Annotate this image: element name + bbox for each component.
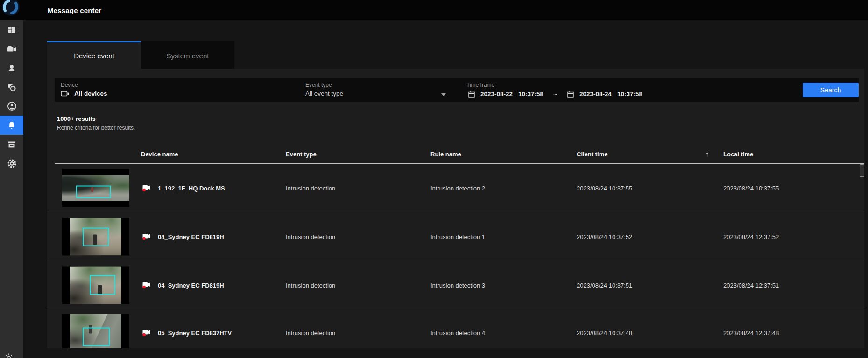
device-name-cell: 05_Sydney EC FD837HTV (158, 330, 232, 337)
time-frame-label: Time frame (466, 82, 494, 88)
filter-bar: Device All devices Event type All event … (55, 78, 859, 102)
sidebar-item-dashboard[interactable] (0, 20, 23, 39)
user-icon (7, 63, 16, 73)
event-type-filter-field[interactable]: All event type (305, 90, 343, 97)
event-type-cell: Intrusion detection (286, 281, 335, 288)
rule-name-cell: Intrusion detection 3 (430, 281, 485, 288)
theme-sun-icon[interactable] (4, 353, 14, 358)
event-thumbnail[interactable] (62, 218, 129, 256)
column-header-client-time[interactable]: Client time (577, 151, 607, 158)
tab-device-event-label: Device event (74, 52, 114, 60)
calendar-start-icon[interactable] (468, 91, 475, 98)
local-time-cell: 2023/08/24 10:37:55 (723, 185, 779, 192)
notification-bell-icon (7, 121, 16, 130)
sidebar-item-identification[interactable] (0, 97, 23, 116)
event-type-cell: Intrusion detection (286, 185, 335, 192)
start-time-value[interactable]: 10:37:58 (518, 91, 543, 98)
end-date-value[interactable]: 2023-08-24 (579, 91, 612, 98)
identity-icon (7, 101, 17, 111)
search-button[interactable]: Search (803, 83, 859, 97)
sidebar-item-users[interactable] (0, 58, 23, 77)
event-type-filter-label: Event type (305, 82, 332, 88)
page-title: Message center (48, 6, 101, 14)
column-header-device-name: Device name (141, 151, 178, 158)
detection-box-overlay (83, 328, 110, 346)
sidebar-nav (0, 20, 23, 358)
client-time-cell: 2023/08/24 10:37:55 (577, 185, 632, 192)
detection-box-overlay (76, 186, 111, 198)
results-count: 1000+ results (57, 115, 135, 122)
column-header-rule-name: Rule name (430, 151, 461, 158)
table-row[interactable]: 04_Sydney EC FD819H Intrusion detection … (47, 212, 864, 261)
event-type-cell: Intrusion detection (286, 233, 335, 240)
settings-gear-icon (7, 159, 17, 168)
time-frame-field: 2023-08-22 10:37:58 ~ 2023-08-24 10:37:5… (468, 90, 642, 98)
sort-ascending-icon[interactable]: ↑ (706, 150, 709, 158)
recording-camera-icon (142, 184, 151, 192)
device-filter-label: Device (61, 82, 78, 88)
rule-name-cell: Intrusion detection 2 (430, 185, 485, 192)
device-filter-value: All devices (74, 90, 107, 97)
results-hint: Refine criteria for better results. (57, 125, 135, 131)
archive-icon (7, 140, 16, 149)
sidebar-item-archives[interactable] (0, 135, 23, 154)
table-row[interactable]: 05_Sydney EC FD837HTV Intrusion detectio… (47, 309, 864, 348)
roles-icon (7, 83, 16, 92)
client-time-cell: 2023/08/24 10:37:52 (577, 233, 632, 240)
dashboard-icon (7, 25, 16, 35)
device-name-cell: 04_Sydney EC FD819H (158, 233, 224, 240)
event-type-filter-value: All event type (305, 90, 343, 97)
sidebar-item-cameras[interactable] (0, 39, 23, 58)
column-header-local-time: Local time (723, 151, 753, 158)
results-summary: 1000+ results Refine criteria for better… (57, 115, 135, 131)
video-camera-icon (7, 44, 17, 54)
detection-box-overlay (90, 275, 115, 295)
sidebar-item-roles[interactable] (0, 77, 23, 97)
rule-name-cell: Intrusion detection 1 (430, 233, 485, 240)
table-row[interactable]: 04_Sydney EC FD819H Intrusion detection … (47, 261, 864, 309)
local-time-cell: 2023/08/24 12:37:52 (723, 233, 779, 240)
device-name-cell: 1_192_1F_HQ Dock MS (158, 185, 225, 192)
sidebar-item-message-center[interactable] (0, 116, 23, 135)
device-filter-field[interactable]: All devices (61, 90, 107, 97)
detection-box-overlay (83, 228, 109, 246)
tab-device-event[interactable]: Device event (47, 41, 141, 69)
calendar-end-icon[interactable] (567, 91, 574, 98)
start-date-value[interactable]: 2023-08-22 (480, 91, 513, 98)
event-thumbnail[interactable] (62, 169, 129, 207)
local-time-cell: 2023/08/24 12:37:51 (723, 281, 779, 288)
event-thumbnail[interactable] (62, 266, 129, 304)
column-header-event-type: Event type (286, 151, 317, 158)
app-logo-icon[interactable] (1, 0, 20, 16)
device-name-cell: 04_Sydney EC FD819H (158, 281, 224, 288)
local-time-cell: 2023/08/24 12:37:48 (723, 330, 779, 337)
top-bar: Message center (0, 0, 868, 20)
recording-camera-icon (142, 329, 151, 337)
app-window: Message center (0, 0, 868, 358)
device-event-panel: Device All devices Event type All event … (47, 69, 864, 348)
sidebar-item-settings[interactable] (0, 154, 23, 173)
end-time-value[interactable]: 10:37:58 (617, 91, 642, 98)
event-thumbnail[interactable] (62, 314, 129, 349)
client-time-cell: 2023/08/24 10:37:51 (577, 281, 632, 288)
camera-outline-icon (61, 91, 70, 97)
recording-camera-icon (142, 233, 151, 240)
table-row[interactable]: 1_192_1F_HQ Dock MS Intrusion detection … (47, 164, 864, 212)
recording-camera-icon (142, 281, 151, 289)
tab-system-event-label: System event (167, 52, 209, 60)
client-time-cell: 2023/08/24 10:37:48 (577, 330, 632, 337)
event-type-dropdown-arrow-icon[interactable] (441, 93, 446, 96)
event-type-cell: Intrusion detection (286, 330, 335, 337)
scrollbar-thumb[interactable] (860, 164, 864, 177)
range-separator: ~ (553, 90, 557, 98)
rule-name-cell: Intrusion detection 4 (430, 330, 485, 337)
tab-system-event[interactable]: System event (141, 41, 234, 69)
